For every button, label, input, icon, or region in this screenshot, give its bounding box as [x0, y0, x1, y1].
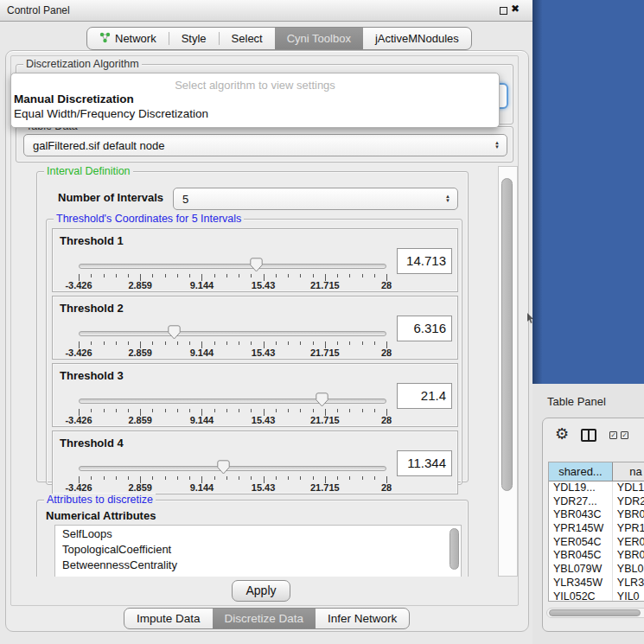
table-row[interactable]: YDL19...YDL1 [549, 481, 644, 495]
settings-scrollbar-thumb[interactable] [501, 178, 513, 491]
threshold-slider-track[interactable] [79, 264, 386, 269]
slider-tick [152, 274, 153, 277]
split-columns-icon[interactable] [581, 429, 596, 442]
numerical-attributes-list[interactable]: SelfLoopsTopologicalCoefficientBetweenne… [54, 525, 462, 577]
attribute-list-item[interactable]: TopologicalCoefficient [55, 541, 461, 557]
table-cell[interactable]: YBR0 [613, 508, 644, 522]
float-window-icon[interactable] [500, 7, 507, 15]
slider-tick-label: 2.859 [114, 482, 166, 493]
table-column-header[interactable]: shared... [549, 462, 613, 481]
tab-style-label: Style [182, 32, 207, 45]
table-hscrollbar-thumb[interactable] [549, 609, 641, 616]
table-horizontal-scrollbar[interactable] [546, 608, 644, 618]
network-icon [99, 32, 111, 46]
threshold-row: Threshold 2-3.4262.8599.14415.4321.71528… [52, 296, 458, 360]
slider-tick [214, 341, 215, 345]
gear-icon[interactable]: ⚙ [555, 424, 569, 443]
spinner-arrows-icon: ▲▼ [494, 141, 500, 150]
settings-scrollbar[interactable] [498, 166, 518, 577]
tab-style[interactable]: Style [169, 28, 219, 49]
table-row[interactable]: YBR043CYBR0 [549, 508, 644, 522]
threshold-slider-thumb[interactable] [316, 392, 328, 407]
table-row[interactable]: YDR27...YDR2 [549, 495, 644, 509]
slider-tick-label: 9.144 [175, 415, 227, 425]
tab-network[interactable]: Network [87, 28, 169, 49]
table-row[interactable]: YBL079WYBL0 [549, 563, 644, 577]
interval-definition-group: Interval Definition Number of Intervals … [36, 171, 469, 482]
slider-tick [337, 341, 338, 345]
table-row[interactable]: YPR145WYPR1 [549, 522, 644, 536]
algorithm-option-equal-width[interactable]: Equal Width/Frequency Discretization [11, 106, 499, 121]
table-cell[interactable]: YBL0 [613, 563, 644, 577]
slider-tick [91, 274, 92, 277]
table-cell[interactable]: YBR043C [549, 508, 613, 522]
checkbox-icon[interactable]: ✓ [621, 431, 628, 439]
table-cell[interactable]: YBL079W [549, 563, 613, 577]
table-cell[interactable]: YDL1 [613, 481, 644, 495]
table-cell[interactable]: YDL19... [549, 481, 613, 495]
threshold-value-field[interactable]: 6.316 [397, 316, 452, 341]
slider-tick [226, 341, 227, 345]
table-cell[interactable]: YPR1 [613, 522, 644, 536]
slider-tick [128, 274, 129, 277]
slider-tick [251, 274, 252, 277]
table-cell[interactable]: YPR145W [549, 522, 613, 536]
attributes-list-scrollbar[interactable] [450, 528, 459, 570]
threshold-row: Threshold 3-3.4262.8599.14415.4321.71528… [52, 363, 458, 427]
table-cell[interactable]: YLR345W [549, 577, 613, 590]
threshold-slider-track[interactable] [79, 331, 386, 336]
tab-infer-network[interactable]: Infer Network [316, 609, 409, 628]
tab-cyni-toolbox[interactable]: Cyni Toolbox [275, 28, 363, 49]
table-cell[interactable]: YIL0 [613, 590, 644, 603]
close-icon[interactable]: ✖ [511, 3, 520, 15]
threshold-value-field[interactable]: 21.4 [397, 383, 452, 409]
algorithm-option-manual[interactable]: Manual Discretization [11, 92, 499, 106]
threshold-slider-thumb[interactable] [168, 325, 181, 340]
table-cell[interactable]: YER0 [613, 536, 644, 550]
slider-tick-label: 9.144 [175, 482, 227, 493]
table-cell[interactable]: YBR045C [549, 549, 613, 563]
threshold-value-field[interactable]: 14.713 [397, 248, 452, 274]
threshold-slider-thumb[interactable] [217, 460, 230, 475]
table-cell[interactable]: YDR27... [549, 495, 613, 509]
threshold-slider-thumb[interactable] [250, 258, 263, 272]
network-view-background: GAL80GACGAL11GAL4GCY1HHAP2 [532, 0, 644, 387]
tab-select[interactable]: Select [220, 28, 275, 49]
slider-tick [91, 341, 92, 345]
table-column-header[interactable]: na [613, 462, 644, 481]
slider-tick [214, 274, 215, 277]
table-row[interactable]: YLR345WYLR3 [549, 577, 644, 590]
tab-jactivemnodules-label: jActiveMNodules [375, 32, 459, 45]
threshold-value-field[interactable]: 11.344 [397, 450, 452, 476]
threshold-row: Threshold 4-3.4262.8599.14415.4321.71528… [52, 430, 458, 494]
table-panel-window: ⚙ ✓ ✓ shared...na YDL19...YDL1YDR27...YD… [542, 418, 644, 632]
slider-tick [288, 409, 289, 412]
slider-tick [288, 274, 289, 277]
table-row[interactable]: YIL052CYIL0 [549, 590, 644, 603]
slider-tick [165, 274, 166, 277]
checkbox-icon[interactable]: ✓ [609, 431, 617, 439]
tab-impute-data[interactable]: Impute Data [124, 609, 213, 628]
table-row[interactable]: YBR045CYBR0 [549, 549, 644, 563]
table-row[interactable]: YER054CYER0 [549, 536, 644, 550]
apply-button[interactable]: Apply [232, 580, 290, 602]
tab-jactivemnodules[interactable]: jActiveMNodules [363, 28, 471, 49]
slider-tick [276, 476, 277, 480]
table-cell[interactable]: YLR3 [613, 577, 644, 590]
slider-tick [313, 274, 314, 277]
tab-discretize-data[interactable]: Discretize Data [213, 609, 316, 628]
slider-tick [300, 341, 301, 345]
table-cell[interactable]: YIL052C [549, 590, 613, 603]
slider-tick [349, 409, 350, 412]
threshold-slider-track[interactable] [79, 399, 386, 404]
table-cell[interactable]: YBR0 [613, 549, 644, 563]
table-data-combobox[interactable]: galFiltered.sif default node ▲▼ [23, 134, 507, 156]
slider-tick [288, 476, 289, 480]
table-cell[interactable]: YDR2 [613, 495, 644, 509]
threshold-slider-track[interactable] [79, 466, 386, 471]
number-of-intervals-combobox[interactable]: 5 ▲▼ [173, 188, 458, 210]
slider-tick [251, 409, 252, 412]
attribute-list-item[interactable]: BetweennessCentrality [55, 557, 461, 572]
attribute-list-item[interactable]: SelfLoops [55, 526, 461, 541]
table-cell[interactable]: YER054C [549, 536, 613, 550]
